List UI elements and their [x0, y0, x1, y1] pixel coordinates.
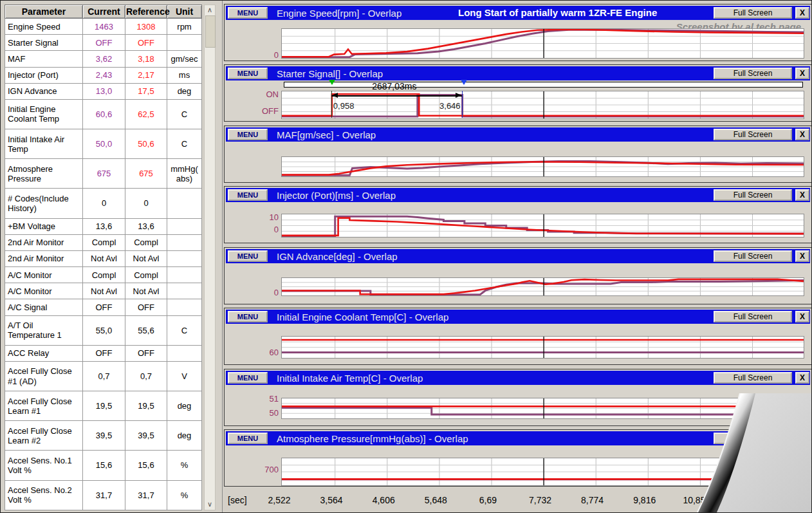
fullscreen-button[interactable]: Full Screen [714, 189, 792, 201]
plot-area[interactable] [281, 398, 804, 419]
table-row[interactable]: Accel Sens. No.1 Volt %15,615,6% [5, 451, 202, 480]
table-row[interactable]: A/C MonitorNot AvlNot Avl [5, 283, 202, 299]
vertical-scrollbar[interactable]: ∧ ∨ [204, 5, 216, 510]
table-row[interactable]: Accel Fully Close Learn #119,519,5deg [5, 391, 202, 421]
panel-title: Initial Engine Coolant Temp[C] - Overlap [277, 312, 448, 322]
table-row[interactable]: 2nd Air MonitorNot AvlNot Avl [5, 250, 202, 266]
plot-area[interactable] [281, 458, 804, 486]
param-name: Starter Signal [5, 35, 83, 51]
table-row[interactable]: ACC RelayOFFOFF [5, 345, 202, 361]
cursor1-time: 0,958 [333, 101, 355, 111]
fullscreen-button[interactable]: Full Screen [714, 129, 792, 140]
current-value: 1463 [83, 19, 125, 35]
current-value: 2,43 [83, 67, 125, 83]
close-button[interactable]: X [795, 129, 809, 140]
table-row[interactable]: # Codes(Include History)00 [5, 189, 202, 218]
green-marker-icon[interactable] [329, 80, 335, 85]
blue-marker-icon[interactable] [461, 80, 467, 85]
table-row[interactable]: Accel Fully Close Learn #239,539,5deg [5, 421, 202, 451]
scroll-down-icon[interactable]: ∨ [205, 499, 215, 510]
fullscreen-button[interactable]: Full Screen [714, 7, 792, 19]
param-name: MAF [5, 51, 83, 67]
reference-value: OFF [125, 35, 167, 51]
reference-value: Not Avl [125, 250, 167, 266]
menu-button[interactable]: MENU [228, 250, 268, 262]
current-value: 675 [83, 159, 125, 189]
range-slider[interactable] [284, 82, 803, 88]
fullscreen-button[interactable]: Full Screen [714, 250, 792, 262]
menu-button[interactable]: MENU [228, 129, 268, 140]
current-value: 13,6 [83, 218, 125, 234]
measure-cursor-2[interactable] [462, 91, 463, 118]
table-row[interactable]: MAF3,623,18gm/sec [5, 51, 202, 67]
panel-titlebar: MENUInjector (Port)[ms] - OverlapFull Sc… [226, 188, 810, 202]
scroll-thumb[interactable] [205, 15, 216, 48]
reference-value: 2,17 [125, 67, 167, 83]
unit-value [167, 250, 202, 266]
table-row[interactable]: Accel Fully Close #1 (AD)0,70,7V [5, 361, 202, 391]
table-row[interactable]: IGN Advance13,017,5deg [5, 83, 202, 99]
current-value: 15,6 [83, 451, 125, 480]
time-tick-label: 7,732 [529, 495, 551, 505]
table-row[interactable]: 2nd Air MonitorComplCompl [5, 234, 202, 250]
chart-panel: MENUInitial Engine Coolant Temp[C] - Ove… [224, 308, 812, 365]
current-value: 3,62 [83, 51, 125, 67]
param-name: Accel Sens. No.2 Volt % [5, 480, 83, 510]
table-row[interactable]: Starter SignalOFFOFF [5, 35, 202, 51]
plot-area[interactable] [281, 156, 804, 177]
close-button[interactable]: X [795, 189, 809, 201]
fullscreen-button[interactable]: Full Screen [714, 433, 792, 444]
reference-value: 13,6 [125, 218, 167, 234]
table-row[interactable]: A/C SignalOFFOFF [5, 299, 202, 315]
param-name: ACC Relay [5, 345, 83, 361]
close-button[interactable]: X [795, 311, 809, 322]
close-button[interactable]: X [795, 372, 809, 384]
current-value: Not Avl [83, 283, 125, 299]
plot-area[interactable] [281, 28, 804, 59]
fullscreen-button[interactable]: Full Screen [714, 372, 792, 384]
time-tick-label: 4,606 [373, 495, 395, 505]
table-row[interactable]: Engine Speed14631308rpm [5, 19, 202, 35]
menu-button[interactable]: MENU [228, 433, 268, 444]
menu-button[interactable]: MENU [228, 68, 268, 79]
table-row[interactable]: Initial Engine Coolant Temp60,662,5C [5, 99, 202, 129]
panel-titlebar: MENUIGN Advance[deg] - OverlapFull Scree… [226, 249, 810, 263]
reference-value: Compl [125, 267, 167, 283]
param-name: Accel Fully Close Learn #1 [5, 391, 83, 421]
menu-button[interactable]: MENU [228, 311, 268, 322]
param-name: A/T Oil Temperature 1 [5, 315, 83, 345]
chart-panel: MENUInjector (Port)[ms] - OverlapFull Sc… [224, 186, 812, 243]
menu-button[interactable]: MENU [228, 189, 268, 201]
reference-value: 39,5 [125, 421, 167, 451]
current-value: Not Avl [83, 250, 125, 266]
close-button[interactable]: X [795, 433, 809, 444]
table-row[interactable]: Injector (Port)2,432,17ms [5, 67, 202, 83]
table-row[interactable]: +BM Voltage13,613,6 [5, 218, 202, 234]
y-axis-label: 0 [248, 50, 279, 60]
panel-titlebar: MENUStarter Signal[] - OverlapFull Scree… [226, 66, 810, 80]
table-row[interactable]: Accel Sens. No.2 Volt %31,731,7% [5, 480, 202, 510]
unit-value: rpm [167, 19, 202, 35]
plot-area[interactable] [281, 214, 804, 238]
table-row[interactable]: A/T Oil Temperature 155,055,6C [5, 315, 202, 345]
plot-area[interactable] [281, 277, 804, 296]
menu-button[interactable]: MENU [228, 372, 268, 384]
param-name: Accel Fully Close Learn #2 [5, 421, 83, 451]
plot-area[interactable] [281, 336, 804, 359]
scroll-up-icon[interactable]: ∧ [205, 5, 215, 15]
y-axis-label: 51 [248, 394, 279, 404]
current-value: Compl [83, 234, 125, 250]
table-row[interactable]: Atmosphere Pressure675675mmHg(abs) [5, 159, 202, 189]
close-button[interactable]: X [795, 68, 809, 79]
unit-value [167, 345, 202, 361]
unit-value [167, 35, 202, 51]
menu-button[interactable]: MENU [228, 7, 268, 19]
table-row[interactable]: Initial Intake Air Temp50,050,6C [5, 129, 202, 159]
close-button[interactable]: X [795, 7, 809, 19]
table-row[interactable]: A/C MonitorComplCompl [5, 267, 202, 283]
fullscreen-button[interactable]: Full Screen [714, 68, 792, 79]
close-button[interactable]: X [795, 250, 809, 262]
panel-title: Starter Signal[] - Overlap [277, 68, 383, 79]
fullscreen-button[interactable]: Full Screen [714, 311, 792, 322]
reference-value: 0 [125, 189, 167, 218]
